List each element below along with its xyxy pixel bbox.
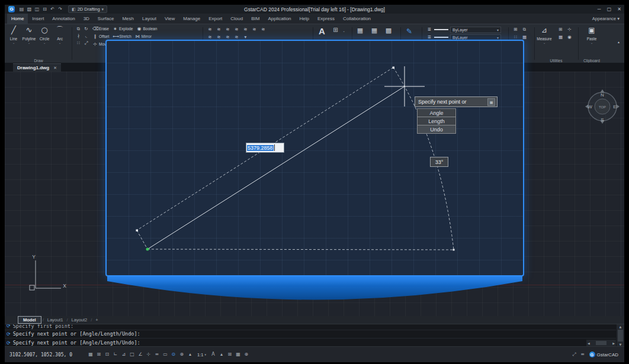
layers-icon[interactable]: ≋	[251, 26, 258, 33]
tab-bim[interactable]: BIM	[247, 14, 264, 24]
array-icon[interactable]: ∷	[75, 40, 82, 47]
annotation-monitor-icon[interactable]: ▴	[186, 350, 194, 359]
viewport-scale-selector[interactable]: 1:1 ▾	[194, 352, 209, 357]
tab-manage[interactable]: Manage	[179, 14, 204, 24]
command-input-line[interactable]: ⟳ Specify next point or [Angle/Length/Un…	[5, 338, 616, 347]
command-scrollbar[interactable]: ▲ ▼	[617, 324, 624, 347]
lineweight-icon[interactable]: ≡	[153, 350, 161, 359]
command-line-panel[interactable]: ⟳ Specify first point: ⟳ Specify next po…	[5, 324, 624, 346]
layers-icon[interactable]: ≋	[259, 26, 267, 33]
maximize-button[interactable]: ▢	[604, 7, 614, 12]
tab-express[interactable]: Express	[313, 14, 339, 24]
customization-icon[interactable]: ≡	[579, 350, 587, 359]
tab-export[interactable]: Export	[204, 14, 226, 24]
line-tool-button[interactable]: ╱ Line ⌄	[6, 24, 21, 54]
color-dropdown[interactable]: ByLayer ▾	[450, 27, 501, 33]
open-icon[interactable]: ▧	[25, 7, 33, 12]
tab-layout[interactable]: Layout	[138, 14, 161, 24]
snap-icon[interactable]: ⊡	[103, 350, 111, 359]
qrcode-icon[interactable]: ▩	[383, 25, 394, 36]
3d-osnap-icon[interactable]: ⊕	[178, 350, 186, 359]
close-tab-icon[interactable]: ✕	[53, 66, 57, 70]
arc-tool-button[interactable]: ⌒ Arc ⌄	[52, 24, 68, 54]
tab-view[interactable]: View	[161, 14, 179, 24]
ortho-icon[interactable]: ∟	[111, 350, 120, 359]
rotate-icon[interactable]: ↻	[82, 25, 90, 33]
selection-cycling-icon[interactable]: ⊙	[169, 350, 178, 359]
match-properties-brush-icon[interactable]: ✎	[406, 26, 412, 37]
scale-icon[interactable]: ⤢	[82, 40, 90, 47]
paste-tool-button[interactable]: ▣ Paste ⌄	[579, 24, 604, 54]
scroll-left-icon[interactable]: ◀	[588, 342, 590, 345]
tab-surface[interactable]: Surface	[94, 14, 118, 24]
scrollbar-thumb[interactable]	[618, 330, 623, 342]
grid-icon[interactable]: ⊞	[95, 350, 103, 359]
document-tab[interactable]: Drawing1.dwg ✕	[13, 63, 61, 72]
utilities-panel-label[interactable]: Utilities	[535, 59, 577, 63]
offset-button[interactable]: ∥Offset	[92, 33, 109, 40]
compass-east-label[interactable]: E	[613, 104, 616, 109]
measure-tool-button[interactable]: ⊿ Measure ⌄	[535, 24, 553, 54]
workspace-selector[interactable]: ◧ 2D Drafting ▾	[68, 5, 107, 13]
copy-icon[interactable]: ⧉	[75, 25, 82, 33]
redo-icon[interactable]: ↷	[56, 7, 64, 12]
layers-icon[interactable]: ≋	[206, 26, 214, 33]
group-icon[interactable]: ⊞	[512, 26, 519, 33]
model-space-icon[interactable]: ▦	[86, 350, 95, 359]
undo-icon[interactable]: ↶	[49, 7, 56, 12]
explode-button[interactable]: ∗Explode	[113, 25, 133, 33]
new-icon[interactable]: ▤	[18, 7, 25, 12]
text-tool-button[interactable]: A	[319, 25, 325, 37]
workspace-switch-icon[interactable]: ⊞	[226, 350, 234, 359]
layers-icon[interactable]: ≋	[233, 26, 240, 33]
plot-icon[interactable]: ⊟	[41, 7, 49, 12]
chevron-down-icon[interactable]: ⌄	[340, 27, 348, 34]
compass-top-button[interactable]: TOP	[599, 105, 606, 109]
point-style-icon[interactable]: ◉	[566, 34, 573, 41]
tab-help[interactable]: Help	[296, 14, 313, 24]
scroll-right-icon[interactable]: ▶	[612, 342, 615, 345]
layers-icon[interactable]: ≋	[215, 26, 223, 33]
id-point-icon[interactable]: ⊹	[566, 26, 573, 33]
dynamic-input-field[interactable]: 5379.2858	[246, 143, 284, 153]
tab-cloud[interactable]: Cloud	[226, 14, 247, 24]
quick-select-icon[interactable]: ▦	[557, 34, 564, 41]
annotation-visibility-icon[interactable]: A	[209, 350, 217, 359]
circle-tool-button[interactable]: ○ Circle ⌄	[37, 24, 52, 54]
hardware-accel-icon[interactable]: ▦	[234, 350, 242, 359]
insert-block-icon[interactable]: ▦	[354, 25, 366, 36]
compass-north-label[interactable]: N	[601, 92, 604, 98]
close-button[interactable]: ✕	[614, 7, 624, 12]
polyline-tool-button[interactable]: ∿ Polyline ⌄	[21, 24, 37, 54]
layer-properties-icon[interactable]: ≣	[426, 26, 432, 33]
tab-collaboration[interactable]: Collaboration	[339, 14, 375, 24]
isolate-objects-icon[interactable]: ⊕	[242, 350, 251, 359]
appearance-menu[interactable]: Appearance ▾	[592, 14, 624, 24]
draw-panel-label[interactable]: Draw	[6, 59, 71, 63]
minimize-button[interactable]: ─	[594, 7, 604, 12]
otrack-icon[interactable]: ∠	[136, 350, 145, 359]
app-logo-icon[interactable]: G	[8, 6, 15, 12]
compass-south-label[interactable]: S	[601, 117, 604, 123]
tab-home[interactable]: Home	[7, 14, 28, 24]
ribbon-collapse-icon[interactable]: ▴	[615, 38, 622, 46]
fillet-icon[interactable]: ◟	[82, 33, 90, 40]
ungroup-icon[interactable]: ⧉	[521, 26, 528, 33]
create-block-icon[interactable]: ▦	[368, 25, 380, 36]
table-icon[interactable]: ⊞	[332, 27, 339, 34]
prompt-option-undo[interactable]: Undo	[417, 125, 456, 134]
scrollbar-thumb[interactable]	[596, 341, 606, 345]
scroll-up-icon[interactable]: ▲	[620, 324, 622, 329]
trim-icon[interactable]: ∤	[75, 33, 82, 40]
tab-model[interactable]: Model	[18, 316, 41, 324]
add-layout-button[interactable]: +	[93, 317, 100, 323]
polar-tracking-icon[interactable]: ⊿	[120, 350, 128, 359]
navigation-compass[interactable]: N S W E TOP	[581, 87, 629, 137]
layers-icon[interactable]: ≋	[242, 26, 249, 33]
tab-application[interactable]: Application	[264, 14, 295, 24]
prompt-option-angle[interactable]: Angle	[417, 108, 456, 117]
compass-west-label[interactable]: W	[588, 104, 592, 109]
boolean-button[interactable]: ◉Boolean	[136, 25, 157, 33]
clean-screen-icon[interactable]: ⤢	[570, 350, 579, 359]
autoscale-icon[interactable]: ▴	[217, 350, 226, 359]
